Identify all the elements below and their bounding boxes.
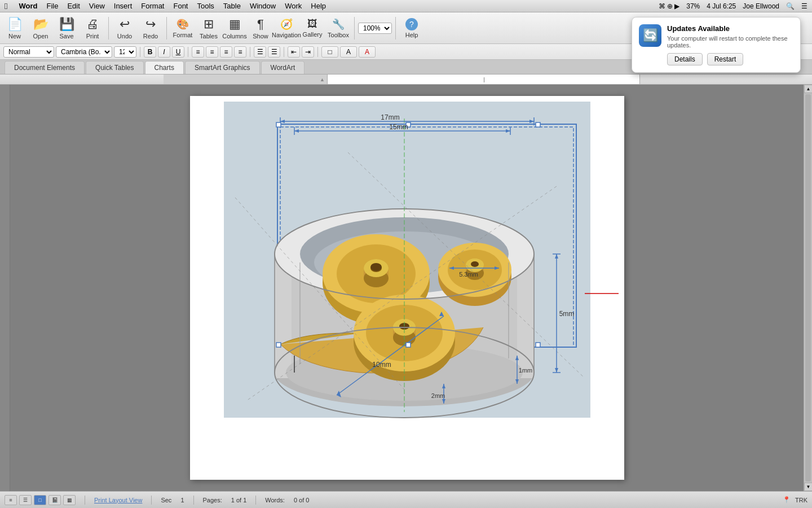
technical-drawing: 17mm 15mm 5.3mm 10mm 5mm 1mm 2mm	[190, 96, 624, 423]
toolbar-separator-2	[166, 17, 167, 40]
apple-menu[interactable]: 	[5, 1, 7, 11]
words-label: Words:	[265, 497, 285, 503]
svg-text:10mm: 10mm	[372, 361, 391, 369]
tab-charts[interactable]: Charts	[145, 61, 184, 74]
menu-word[interactable]: Word	[19, 2, 37, 10]
view-notebook-btn[interactable]: 📓	[48, 495, 61, 505]
location-indicator: 📍	[783, 496, 791, 503]
svg-text:5mm: 5mm	[559, 310, 574, 318]
pages-label: Pages:	[203, 497, 222, 503]
menubar:  Word File Edit View Insert Format Font…	[0, 0, 812, 12]
menu-font[interactable]: Font	[173, 2, 188, 10]
gallery-button[interactable]: 🖼 Gallery	[300, 14, 325, 42]
format-button[interactable]: 🎨 Format	[170, 14, 195, 42]
section-label: Sec	[161, 497, 171, 503]
right-scrollbar[interactable]: ▲ ▼	[804, 85, 812, 491]
save-button[interactable]: 💾 Save	[54, 14, 79, 42]
fmt-separator-5	[317, 47, 318, 57]
show-button[interactable]: ¶ Show	[248, 14, 273, 42]
toolbar-separator-4	[395, 17, 396, 40]
menu-file[interactable]: File	[46, 2, 58, 10]
underline-button[interactable]: U	[172, 46, 184, 58]
undo-button[interactable]: ↩ Undo	[112, 14, 137, 42]
navigation-button[interactable]: 🧭 Navigation	[274, 14, 299, 42]
status-sep-4	[255, 496, 256, 505]
redo-button[interactable]: ↪ Redo	[138, 14, 163, 42]
ruler-content: // Will be generated by JS below |	[327, 75, 640, 84]
scroll-down-arrow[interactable]: ▼	[804, 483, 812, 491]
view-draft-btn[interactable]: ▦	[63, 495, 76, 505]
svg-rect-1	[590, 102, 624, 418]
view-print-btn[interactable]: □	[34, 495, 46, 505]
menubar-battery: 37%	[686, 2, 700, 10]
tab-smartart[interactable]: SmartArt Graphics	[185, 61, 260, 74]
indent-more[interactable]: ⇥	[302, 46, 314, 58]
menubar-datetime: 4 Jul 6:25	[707, 2, 736, 10]
menubar-menu[interactable]: ☰	[801, 2, 807, 10]
tab-quick-tables[interactable]: Quick Tables	[86, 61, 143, 74]
tab-wordart[interactable]: WordArt	[261, 61, 305, 74]
svg-point-29	[471, 261, 479, 267]
bold-button[interactable]: B	[144, 46, 156, 58]
highlight-color[interactable]: A	[340, 46, 357, 58]
menu-help[interactable]: Help	[311, 2, 326, 10]
new-button[interactable]: 📄 New	[2, 14, 27, 42]
help-button[interactable]: ? Help	[399, 14, 424, 42]
indent-less[interactable]: ⇤	[288, 46, 300, 58]
svg-text:2mm: 2mm	[431, 392, 444, 399]
menu-format[interactable]: Format	[141, 2, 164, 10]
status-sep-1	[85, 496, 85, 505]
menu-work[interactable]: Work	[285, 2, 302, 10]
ruler: ▲ // Will be generated by JS below |	[0, 75, 812, 85]
main-area: 17mm 15mm 5.3mm 10mm 5mm 1mm 2mm ▲ ▼	[0, 85, 812, 491]
align-justify[interactable]: ≡	[234, 46, 246, 58]
italic-button[interactable]: I	[158, 46, 170, 58]
align-left[interactable]: ≡	[192, 46, 204, 58]
list-bullet[interactable]: ☰	[254, 46, 266, 58]
scroll-thumb[interactable]	[805, 94, 811, 481]
align-right[interactable]: ≡	[220, 46, 232, 58]
document-canvas[interactable]: 17mm 15mm 5.3mm 10mm 5mm 1mm 2mm	[10, 85, 804, 491]
toolbox-button[interactable]: 🔧 Toolbox	[326, 14, 351, 42]
scroll-up-arrow[interactable]: ▲	[804, 85, 812, 93]
notification-text: Your computer will restart to complete t…	[667, 35, 793, 49]
svg-rect-79	[276, 343, 281, 347]
menu-tools[interactable]: Tools	[197, 2, 214, 10]
details-button[interactable]: Details	[667, 53, 703, 65]
menu-view[interactable]: View	[89, 2, 105, 10]
svg-text:1mm: 1mm	[518, 367, 532, 374]
notification-icon: 🔄	[639, 24, 661, 47]
view-normal-btn[interactable]: ≡	[5, 495, 17, 505]
view-outline-btn[interactable]: ☰	[19, 495, 32, 505]
menu-insert[interactable]: Insert	[114, 2, 133, 10]
restart-button[interactable]: Restart	[707, 53, 744, 65]
align-center[interactable]: ≡	[206, 46, 218, 58]
menu-edit[interactable]: Edit	[67, 2, 80, 10]
list-number[interactable]: ☰	[268, 46, 280, 58]
font-select[interactable]: Cambria (Bo...	[56, 46, 112, 58]
toolbar-separator-1	[108, 17, 109, 40]
updates-notification: 🔄 Updates Available Your computer will r…	[632, 17, 801, 73]
zoom-select[interactable]: 100% 75% 150%	[358, 23, 392, 34]
menubar-search[interactable]: 🔍	[786, 2, 795, 10]
menu-window[interactable]: Window	[250, 2, 276, 10]
toolbar-separator-3	[354, 17, 355, 40]
tables-button[interactable]: ⊞ Tables	[196, 14, 221, 42]
border-style[interactable]: □	[321, 46, 338, 58]
style-select[interactable]: Normal	[3, 46, 54, 58]
columns-button[interactable]: ▦ Columns	[222, 14, 247, 42]
menu-table[interactable]: Table	[223, 2, 241, 10]
track-changes: TRK	[795, 497, 807, 503]
open-button[interactable]: 📂 Open	[28, 14, 53, 42]
font-color[interactable]: A	[359, 46, 376, 58]
svg-rect-76	[276, 122, 281, 127]
menubar-wifi: ⌘ ⊕ ▶	[659, 2, 680, 10]
tab-document-elements[interactable]: Document Elements	[5, 61, 85, 74]
document-page: 17mm 15mm 5.3mm 10mm 5mm 1mm 2mm	[190, 96, 624, 480]
size-select[interactable]: 12	[114, 46, 136, 58]
pages-value: 1 of 1	[231, 497, 247, 503]
words-value: 0 of 0	[294, 497, 310, 503]
print-button[interactable]: 🖨 Print	[80, 14, 105, 42]
print-layout-view: Print Layout View	[94, 497, 142, 503]
menubar-user: Joe Ellwood	[743, 2, 779, 10]
